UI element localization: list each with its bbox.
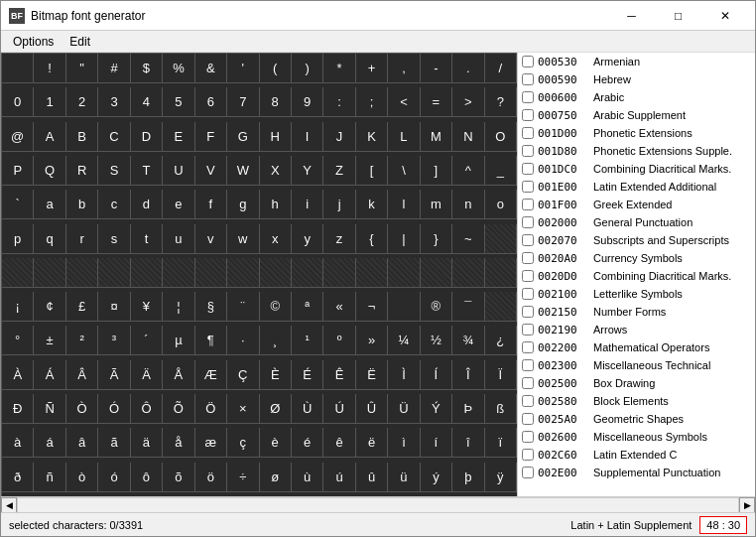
- char-cell[interactable]: F: [195, 122, 227, 152]
- horizontal-scrollbar[interactable]: [17, 497, 739, 513]
- unicode-list-item[interactable]: 001E00Latin Extended Additional: [518, 178, 755, 196]
- char-cell[interactable]: [131, 258, 163, 288]
- char-cell[interactable]: Á: [34, 360, 65, 390]
- char-cell[interactable]: õ: [163, 463, 194, 492]
- char-cell[interactable]: s: [98, 224, 130, 254]
- unicode-list-item[interactable]: 002300Miscellaneous Technical: [518, 356, 755, 374]
- char-cell[interactable]: ¥: [131, 292, 163, 322]
- char-cell[interactable]: f: [195, 190, 227, 219]
- char-cell[interactable]: -: [421, 54, 452, 83]
- char-cell[interactable]: K: [356, 122, 388, 152]
- unicode-list-item[interactable]: 001DC0Combining Diacritical Marks.: [518, 160, 755, 178]
- unicode-list-item[interactable]: 002E00Supplemental Punctuation: [518, 464, 755, 481]
- unicode-list-item[interactable]: 002150Number Forms: [518, 303, 755, 321]
- char-cell[interactable]: z: [323, 224, 355, 254]
- char-cell[interactable]: ,: [388, 54, 420, 83]
- unicode-checkbox[interactable]: [522, 234, 534, 246]
- char-cell[interactable]: â: [66, 428, 98, 458]
- char-cell[interactable]: »: [356, 326, 388, 355]
- char-cell[interactable]: µ: [163, 326, 194, 355]
- char-cell[interactable]: [485, 292, 517, 322]
- char-cell[interactable]: <: [388, 87, 420, 117]
- char-cell[interactable]: ï: [485, 428, 517, 458]
- char-cell[interactable]: á: [34, 428, 65, 458]
- unicode-list-item[interactable]: 000750Arabic Supplement: [518, 106, 755, 124]
- char-cell[interactable]: /: [485, 54, 517, 83]
- char-cell[interactable]: ±: [34, 326, 65, 355]
- char-cell[interactable]: ù: [292, 463, 323, 492]
- char-cell[interactable]: ¤: [98, 292, 130, 322]
- char-cell[interactable]: ÿ: [485, 463, 517, 492]
- char-cell[interactable]: º: [323, 326, 355, 355]
- char-cell[interactable]: ?: [485, 87, 517, 117]
- char-cell[interactable]: ¿: [485, 326, 517, 355]
- char-cell[interactable]: [2, 258, 34, 288]
- char-cell[interactable]: [485, 258, 517, 288]
- close-button[interactable]: ✕: [702, 2, 747, 30]
- char-cell[interactable]: J: [323, 122, 355, 152]
- unicode-list[interactable]: 000530Armenian000590Hebrew000600Arabic00…: [518, 53, 755, 496]
- char-cell[interactable]: 0: [2, 87, 34, 117]
- char-cell[interactable]: £: [66, 292, 98, 322]
- char-cell[interactable]: Ö: [195, 394, 227, 424]
- char-cell[interactable]: À: [2, 360, 34, 390]
- char-cell[interactable]: ê: [323, 428, 355, 458]
- char-cell[interactable]: ¹: [292, 326, 323, 355]
- char-cell[interactable]: !: [34, 54, 65, 83]
- char-cell[interactable]: ­: [388, 292, 420, 322]
- char-cell[interactable]: ³: [98, 326, 130, 355]
- unicode-list-item[interactable]: 001F00Greek Extended: [518, 196, 755, 213]
- char-cell[interactable]: .: [452, 54, 484, 83]
- char-cell[interactable]: {: [356, 224, 388, 254]
- char-cell[interactable]: Ã: [98, 360, 130, 390]
- char-cell[interactable]: A: [34, 122, 65, 152]
- char-cell[interactable]: x: [260, 224, 292, 254]
- char-cell[interactable]: [292, 258, 323, 288]
- char-cell[interactable]: ): [292, 54, 323, 83]
- char-cell[interactable]: Ñ: [34, 394, 65, 424]
- char-cell[interactable]: ¯: [452, 292, 484, 322]
- minimize-button[interactable]: ─: [609, 2, 654, 30]
- char-cell[interactable]: u: [163, 224, 194, 254]
- unicode-checkbox[interactable]: [522, 109, 534, 121]
- char-cell[interactable]: +: [356, 54, 388, 83]
- char-cell[interactable]: ': [227, 54, 259, 83]
- unicode-checkbox[interactable]: [522, 413, 534, 425]
- char-cell[interactable]: Z: [323, 156, 355, 186]
- char-cell[interactable]: ®: [421, 292, 452, 322]
- unicode-list-item[interactable]: 002000General Punctuation: [518, 213, 755, 231]
- char-cell[interactable]: V: [195, 156, 227, 186]
- char-cell[interactable]: n: [452, 190, 484, 219]
- char-cell[interactable]: |: [388, 224, 420, 254]
- unicode-checkbox[interactable]: [522, 270, 534, 282]
- unicode-checkbox[interactable]: [522, 467, 534, 478]
- char-cell[interactable]: ½: [421, 326, 452, 355]
- char-cell[interactable]: [195, 258, 227, 288]
- unicode-checkbox[interactable]: [522, 181, 534, 193]
- char-cell[interactable]: 7: [227, 87, 259, 117]
- maximize-button[interactable]: □: [656, 2, 700, 30]
- char-cell[interactable]: I: [292, 122, 323, 152]
- char-cell[interactable]: t: [131, 224, 163, 254]
- char-cell[interactable]: (: [260, 54, 292, 83]
- char-cell[interactable]: ÷: [227, 463, 259, 492]
- char-cell[interactable]: _: [485, 156, 517, 186]
- char-cell[interactable]: É: [292, 360, 323, 390]
- char-cell[interactable]: ¼: [388, 326, 420, 355]
- char-cell[interactable]: ì: [388, 428, 420, 458]
- char-cell[interactable]: å: [163, 428, 194, 458]
- char-cell[interactable]: H: [260, 122, 292, 152]
- char-cell[interactable]: c: [98, 190, 130, 219]
- unicode-checkbox[interactable]: [522, 395, 534, 407]
- char-cell[interactable]: Î: [452, 360, 484, 390]
- char-cell[interactable]: ø: [260, 463, 292, 492]
- char-cell[interactable]: ¶: [195, 326, 227, 355]
- char-cell[interactable]: ü: [388, 463, 420, 492]
- unicode-list-item[interactable]: 000530Armenian: [518, 53, 755, 70]
- char-cell[interactable]: Ý: [421, 394, 452, 424]
- char-cell[interactable]: [485, 224, 517, 254]
- unicode-list-item[interactable]: 002190Arrows: [518, 321, 755, 338]
- char-cell[interactable]: >: [452, 87, 484, 117]
- char-cell[interactable]: æ: [195, 428, 227, 458]
- char-cell[interactable]: j: [323, 190, 355, 219]
